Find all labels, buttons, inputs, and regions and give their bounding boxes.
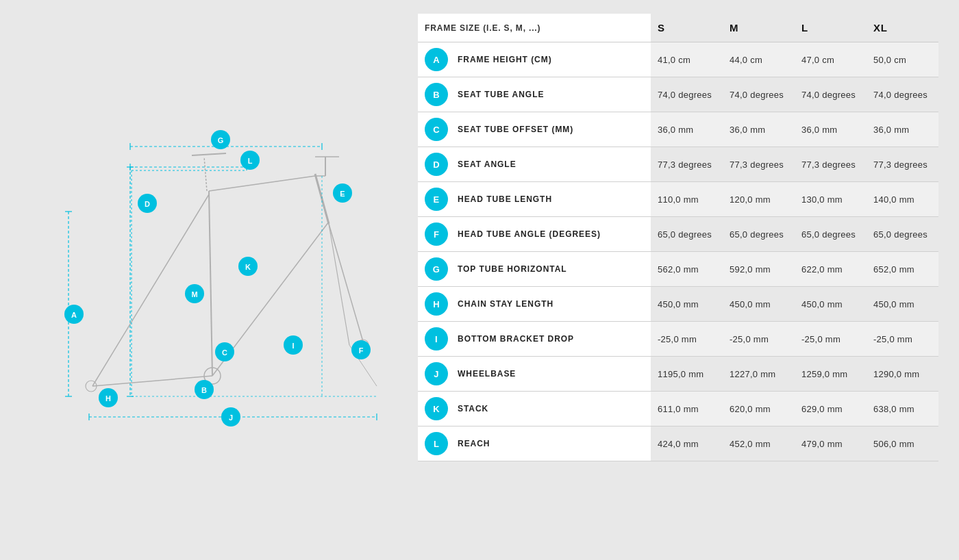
row-g-val-1: 592,0 mm [723,252,795,287]
row-label-cell-b: BSEAT TUBE ANGLE [418,77,651,112]
table-body: AFRAME HEIGHT (CM)41,0 cm44,0 cm47,0 cm5… [418,42,938,461]
svg-text:M: M [191,290,197,298]
row-f-val-1: 65,0 degrees [723,217,795,252]
table-row: EHEAD TUBE LENGTH110,0 mm120,0 mm130,0 m… [418,182,938,217]
row-k-val-2: 629,0 mm [795,392,867,427]
table-row: CSEAT TUBE OFFSET (MM)36,0 mm36,0 mm36,0… [418,112,938,147]
row-c-val-3: 36,0 mm [867,112,938,147]
badge-k: K [425,397,448,420]
row-e-val-1: 120,0 mm [723,182,795,217]
size-l-header: L [795,14,867,42]
row-label-text-e: HEAD TUBE LENGTH [458,194,552,204]
row-h-val-2: 450,0 mm [795,287,867,322]
size-xl-header: XL [867,14,938,42]
diagram-area: A B C D E F G [21,14,404,546]
row-label-cell-h: HCHAIN STAY LENGTH [418,287,651,322]
table-row: GTOP TUBE HORIZONTAL562,0 mm592,0 mm622,… [418,252,938,287]
row-b-val-3: 74,0 degrees [867,77,938,112]
diagram-svg: A B C D E F G [27,102,397,458]
badge-h: H [425,292,448,316]
row-i-val-2: -25,0 mm [795,322,867,357]
size-s-header: S [651,14,723,42]
row-e-val-2: 130,0 mm [795,182,867,217]
table-row: DSEAT ANGLE77,3 degrees77,3 degrees77,3 … [418,147,938,182]
badge-a: A [425,48,448,71]
badge-c: C [425,118,448,141]
row-label-text-c: SEAT TUBE OFFSET (MM) [458,125,573,134]
row-a-val-2: 47,0 cm [795,42,867,77]
row-i-val-1: -25,0 mm [723,322,795,357]
svg-text:G: G [218,136,224,144]
row-label-cell-d: DSEAT ANGLE [418,147,651,182]
row-label-cell-f: FHEAD TUBE ANGLE (DEGREES) [418,217,651,252]
row-k-val-1: 620,0 mm [723,392,795,427]
row-label-cell-i: IBOTTOM BRACKET DROP [418,322,651,357]
badge-j: J [425,362,448,385]
row-c-val-0: 36,0 mm [651,112,723,147]
row-i-val-3: -25,0 mm [867,322,938,357]
table-row: IBOTTOM BRACKET DROP-25,0 mm-25,0 mm-25,… [418,322,938,357]
size-l-text: L [801,22,808,34]
row-f-val-0: 65,0 degrees [651,217,723,252]
svg-text:E: E [340,190,345,198]
row-label-text-h: CHAIN STAY LENGTH [458,299,553,309]
svg-text:B: B [201,386,207,394]
row-f-val-2: 65,0 degrees [795,217,867,252]
row-b-val-1: 74,0 degrees [723,77,795,112]
table-row: FHEAD TUBE ANGLE (DEGREES)65,0 degrees65… [418,217,938,252]
geometry-table: FRAME SIZE (I.E. S, M, ...) S M L XL [418,14,938,461]
row-d-val-0: 77,3 degrees [651,147,723,182]
row-l-val-1: 452,0 mm [723,427,795,461]
row-label-text-j: WHEELBASE [458,369,516,379]
table-row: AFRAME HEIGHT (CM)41,0 cm44,0 cm47,0 cm5… [418,42,938,77]
row-label-cell-c: CSEAT TUBE OFFSET (MM) [418,112,651,147]
row-l-val-2: 479,0 mm [795,427,867,461]
table-row: HCHAIN STAY LENGTH450,0 mm450,0 mm450,0 … [418,287,938,322]
svg-text:I: I [292,342,294,350]
row-d-val-1: 77,3 degrees [723,147,795,182]
svg-text:A: A [71,311,77,319]
row-j-val-2: 1259,0 mm [795,357,867,392]
svg-text:J: J [229,413,233,422]
row-label-text-d: SEAT ANGLE [458,160,516,169]
row-label-text-g: TOP TUBE HORIZONTAL [458,264,567,274]
row-a-val-3: 50,0 cm [867,42,938,77]
svg-text:F: F [359,346,364,355]
row-b-val-0: 74,0 degrees [651,77,723,112]
page-wrapper: A B C D E F G [0,0,959,560]
badge-g: G [425,257,448,281]
row-l-val-0: 424,0 mm [651,427,723,461]
badge-b: B [425,83,448,106]
svg-text:L: L [248,157,253,165]
row-label-cell-g: GTOP TUBE HORIZONTAL [418,252,651,287]
badge-i: I [425,327,448,351]
row-h-val-1: 450,0 mm [723,287,795,322]
row-g-val-2: 622,0 mm [795,252,867,287]
row-b-val-2: 74,0 degrees [795,77,867,112]
table-row: LREACH424,0 mm452,0 mm479,0 mm506,0 mm [418,427,938,461]
row-label-text-i: BOTTOM BRACKET DROP [458,334,574,344]
row-a-val-0: 41,0 cm [651,42,723,77]
row-c-val-2: 36,0 mm [795,112,867,147]
svg-text:H: H [105,394,111,403]
row-label-cell-a: AFRAME HEIGHT (CM) [418,42,651,77]
row-j-val-0: 1195,0 mm [651,357,723,392]
badge-l: L [425,432,448,455]
row-d-val-3: 77,3 degrees [867,147,938,182]
row-label-cell-k: KSTACK [418,392,651,427]
frame-size-header-cell: FRAME SIZE (I.E. S, M, ...) [418,14,651,42]
size-m-header: M [723,14,795,42]
row-label-text-l: REACH [458,439,490,448]
row-j-val-1: 1227,0 mm [723,357,795,392]
size-xl-text: XL [873,22,888,34]
frame-size-label: FRAME SIZE (I.E. S, M, ...) [425,23,540,33]
table-area: FRAME SIZE (I.E. S, M, ...) S M L XL [404,14,938,546]
size-s-text: S [658,22,665,34]
badge-d: D [425,153,448,176]
row-label-text-k: STACK [458,404,488,413]
badge-f: F [425,222,448,246]
table-row: JWHEELBASE1195,0 mm1227,0 mm1259,0 mm129… [418,357,938,392]
row-k-val-0: 611,0 mm [651,392,723,427]
row-label-text-f: HEAD TUBE ANGLE (DEGREES) [458,229,601,239]
row-h-val-3: 450,0 mm [867,287,938,322]
